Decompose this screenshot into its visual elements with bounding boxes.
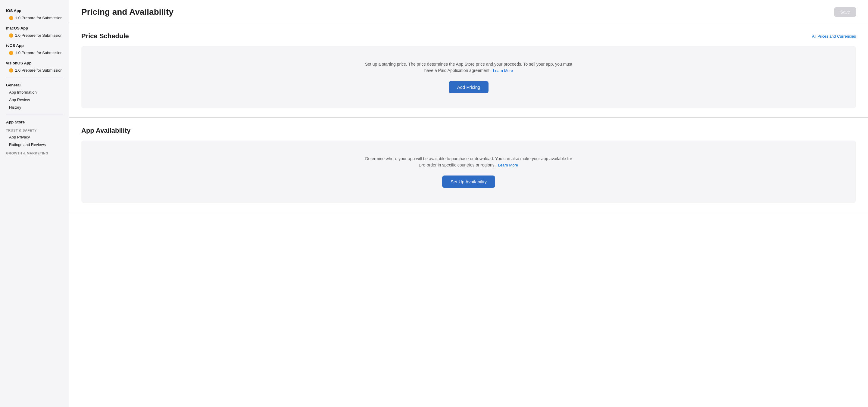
price-schedule-content: Set up a starting price. The price deter… — [81, 46, 856, 108]
price-schedule-section: Price Schedule All Prices and Currencies… — [69, 23, 868, 118]
sidebar-item-history[interactable]: History — [0, 103, 69, 111]
price-schedule-description: Set up a starting price. The price deter… — [363, 61, 574, 74]
sidebar-item-label-app-review: App Review — [9, 97, 30, 102]
sidebar-section-ios: iOS App 1.0 Prepare for Submission — [0, 6, 69, 22]
sidebar-section-title-ios: iOS App — [0, 6, 69, 14]
app-availability-header: App Availability — [81, 127, 856, 134]
app-availability-title: App Availability — [81, 127, 130, 134]
sidebar-section-macos: macOS App 1.0 Prepare for Submission — [0, 24, 69, 39]
status-icon-macos — [9, 33, 13, 38]
sidebar-item-label-app-info: App Information — [9, 90, 37, 95]
sidebar-item-label-ios: 1.0 Prepare for Submission — [15, 15, 63, 20]
sidebar-item-label-app-privacy: App Privacy — [9, 135, 30, 139]
save-button[interactable]: Save — [834, 7, 856, 17]
sidebar-section-title-general: General — [0, 81, 69, 89]
sidebar-divider-2 — [6, 114, 63, 115]
all-prices-currencies-link[interactable]: All Prices and Currencies — [812, 34, 856, 38]
app-availability-section: App Availability Determine where your ap… — [69, 118, 868, 212]
sidebar-item-app-information[interactable]: App Information — [0, 89, 69, 96]
sidebar-item-label-macos: 1.0 Prepare for Submission — [15, 33, 63, 38]
sidebar-section-appstore: App Store TRUST & SAFETY App Privacy Rat… — [0, 117, 69, 156]
sidebar-section-general: General App Information App Review Histo… — [0, 81, 69, 111]
price-schedule-header: Price Schedule All Prices and Currencies — [81, 32, 856, 40]
sidebar-section-tvos: tvOS App 1.0 Prepare for Submission — [0, 41, 69, 57]
sidebar-item-tvos-prepare[interactable]: 1.0 Prepare for Submission — [0, 49, 69, 57]
sidebar-section-visionos: visionOS App 1.0 Prepare for Submission — [0, 58, 69, 74]
status-icon-visionos — [9, 68, 13, 72]
app-availability-content: Determine where your app will be availab… — [81, 140, 856, 203]
availability-learn-more-link[interactable]: Learn More — [498, 163, 518, 167]
sidebar-subsection-growth-marketing: GROWTH & MARKETING — [0, 148, 69, 156]
sidebar-item-macos-prepare[interactable]: 1.0 Prepare for Submission — [0, 32, 69, 39]
sidebar-section-title-visionos: visionOS App — [0, 58, 69, 66]
page-title: Pricing and Availability — [81, 7, 174, 17]
sidebar-section-title-tvos: tvOS App — [0, 41, 69, 49]
sidebar-item-label-visionos: 1.0 Prepare for Submission — [15, 68, 63, 72]
add-pricing-button[interactable]: Add Pricing — [449, 81, 489, 93]
main-content: Pricing and Availability Save Price Sche… — [69, 0, 868, 407]
main-header: Pricing and Availability Save — [69, 0, 868, 23]
sidebar-divider-1 — [6, 77, 63, 77]
status-icon-ios — [9, 16, 13, 20]
price-schedule-title: Price Schedule — [81, 32, 129, 40]
sidebar-item-label-history: History — [9, 105, 21, 109]
sidebar-item-label-tvos: 1.0 Prepare for Submission — [15, 51, 63, 55]
sidebar-item-ratings-reviews[interactable]: Ratings and Reviews — [0, 141, 69, 148]
sidebar-subsection-trust-safety: TRUST & SAFETY — [0, 126, 69, 133]
sidebar-item-app-privacy[interactable]: App Privacy — [0, 133, 69, 141]
sidebar: iOS App 1.0 Prepare for Submission macOS… — [0, 0, 69, 407]
sidebar-item-app-review[interactable]: App Review — [0, 96, 69, 103]
price-learn-more-link[interactable]: Learn More — [493, 68, 513, 73]
sidebar-section-title-appstore: App Store — [0, 117, 69, 126]
set-up-availability-button[interactable]: Set Up Availability — [442, 176, 495, 188]
sidebar-item-label-ratings-reviews: Ratings and Reviews — [9, 143, 46, 147]
sidebar-item-visionos-prepare[interactable]: 1.0 Prepare for Submission — [0, 66, 69, 74]
status-icon-tvos — [9, 51, 13, 55]
app-availability-description: Determine where your app will be availab… — [363, 156, 574, 168]
sidebar-section-title-macos: macOS App — [0, 24, 69, 32]
sidebar-item-ios-prepare[interactable]: 1.0 Prepare for Submission — [0, 14, 69, 22]
